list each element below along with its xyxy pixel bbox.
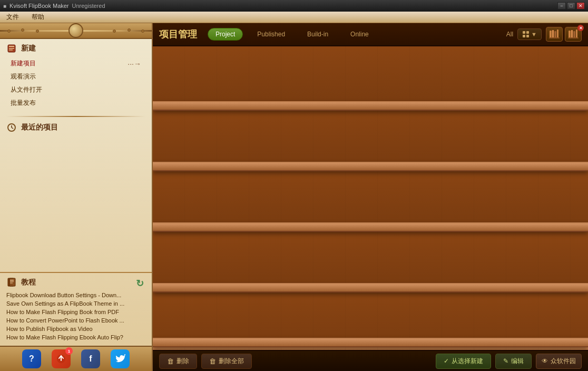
shelf-plank-4 [153,283,588,292]
tutorial-item-4[interactable]: How to Publish Flipbook as Video [6,325,145,333]
shelf-plank-3 [153,222,588,232]
svg-rect-3 [9,50,13,51]
svg-rect-23 [571,30,573,38]
batch-publish-item[interactable]: 批量发布 [6,96,145,110]
content-header-right: All ▼ [506,27,582,42]
svg-rect-22 [569,31,571,38]
new-project-arrow: ···→ [128,60,141,68]
toolbar-right: ✓ 从选择新建 ✎ 编辑 👁 众软件园 [436,354,582,369]
svg-rect-26 [568,37,579,38]
tutorial-item-1[interactable]: Save Own Settings as A FlipBook Theme in… [6,299,145,308]
svg-rect-13 [523,31,525,34]
tab-project[interactable]: Project [208,28,243,41]
svg-rect-11 [10,283,13,284]
shelf-plank-2 [153,162,588,171]
maximize-button[interactable]: □ [567,2,575,9]
delete-all-button[interactable]: 🗑 删除全部 [201,354,252,369]
title-bar: ■ Kvisoft FlipBook Maker Unregistered − … [0,0,588,12]
grid-dropdown[interactable]: ▼ [517,28,542,40]
svg-rect-8 [9,278,15,286]
page-title: 项目管理 [159,28,197,41]
facebook-button[interactable]: f [81,349,100,368]
new-section-icon [6,43,17,54]
svg-rect-16 [526,35,529,37]
sidebar: 新建 新建项目 ···→ 观看演示 从文件打开 批量发布 [0,23,153,371]
new-project-item[interactable]: 新建项目 ···→ [6,57,145,70]
tab-buildin[interactable]: Build-in [299,28,336,41]
shelf-plank-1 [153,101,588,111]
tutorial-section-title: 教程 [21,278,36,287]
svg-rect-18 [552,30,554,38]
shelf-icons: ✕ [546,27,582,42]
menu-help[interactable]: 帮助 [30,13,46,22]
recent-section-header: 最近的项目 [6,122,145,133]
help-button[interactable]: ? [22,349,41,368]
delete-button[interactable]: 🗑 删除 [159,354,197,369]
title-bar-left: ■ Kvisoft FlipBook Maker Unregistered [3,3,105,9]
open-file-item[interactable]: 从文件打开 [6,83,145,96]
tutorial-item-3[interactable]: How to Convert PowerPoint to Flash Ebook… [6,316,145,325]
new-section-header: 新建 [6,43,145,54]
svg-rect-10 [10,281,14,282]
svg-rect-2 [9,48,14,49]
menu-file[interactable]: 文件 [4,13,21,22]
tutorial-item-5[interactable]: How to Make Flash Flipping Ebook Auto Fl… [6,333,145,341]
new-from-selection-button[interactable]: ✓ 从选择新建 [436,354,491,369]
bookshelf [153,46,588,350]
svg-rect-24 [573,31,575,38]
minimize-button[interactable]: − [557,2,566,9]
twitter-button[interactable] [111,349,130,368]
shelf-icon-badge: ✕ [577,25,584,31]
content-header: 项目管理 Project Published Build-in Online A… [153,23,588,46]
menu-bar: 文件 帮助 [0,12,588,23]
zipper-circle [68,23,83,38]
shelf-icon-1[interactable] [546,27,563,42]
tab-published[interactable]: Published [249,28,293,41]
delete-all-icon: 🗑 [209,357,216,365]
svg-rect-15 [523,35,525,37]
app-status: Unregistered [72,3,105,9]
edit-icon: ✎ [503,357,508,365]
tutorial-item-2[interactable]: How to Make Flash Flipping Book from PDF [6,308,145,316]
tutorial-header-left: 教程 [6,277,36,288]
svg-rect-20 [557,30,558,38]
clock-icon [6,122,17,133]
content-area: 项目管理 Project Published Build-in Online A… [153,23,588,371]
zipper-decoration [0,23,152,39]
bottom-toolbar: 🗑 删除 🗑 删除全部 ✓ 从选择新建 ✎ 编辑 👁 众软件园 [153,350,588,371]
tab-online[interactable]: Online [342,28,377,41]
sidebar-divider [6,116,145,117]
tutorial-header: 教程 ↻ [6,277,145,288]
tutorial-icon [6,277,17,288]
filter-all[interactable]: All [506,31,513,38]
refresh-icon[interactable]: ↻ [136,278,145,287]
watch-demo-item[interactable]: 观看演示 [6,70,145,83]
checkmark-icon: ✓ [444,357,449,365]
svg-rect-17 [550,31,552,38]
svg-rect-1 [9,46,14,47]
watermark-button[interactable]: 👁 众软件园 [536,354,582,369]
svg-rect-19 [554,31,556,38]
close-button[interactable]: ✕ [576,2,585,9]
svg-rect-21 [549,37,560,38]
svg-rect-14 [526,31,529,34]
shelf-icon-2[interactable]: ✕ [565,27,582,42]
shelf-background [153,46,588,350]
update-button[interactable]: 1 [52,349,71,368]
tutorial-item-0[interactable]: Flipbook Download Button Settings - Down… [6,291,145,299]
title-bar-controls: − □ ✕ [557,2,585,9]
shelf-plank-5 [153,338,588,347]
new-section-title: 新建 [21,44,36,53]
new-section: 新建 新建项目 ···→ 观看演示 从文件打开 批量发布 [0,39,152,114]
app-title: Kvisoft FlipBook Maker [9,3,68,9]
svg-line-6 [12,128,13,129]
sidebar-bottom: ? 1 f [0,346,152,371]
recent-section-title: 最近的项目 [21,123,58,132]
main-layout: 新建 新建项目 ···→ 观看演示 从文件打开 批量发布 [0,23,588,371]
recent-section: 最近的项目 [0,119,152,199]
tutorial-section: 教程 ↻ Flipbook Download Button Settings -… [0,272,152,346]
delete-icon: 🗑 [167,357,174,365]
update-badge: 1 [65,347,73,355]
svg-rect-9 [10,280,14,281]
edit-button[interactable]: ✎ 编辑 [495,354,532,369]
